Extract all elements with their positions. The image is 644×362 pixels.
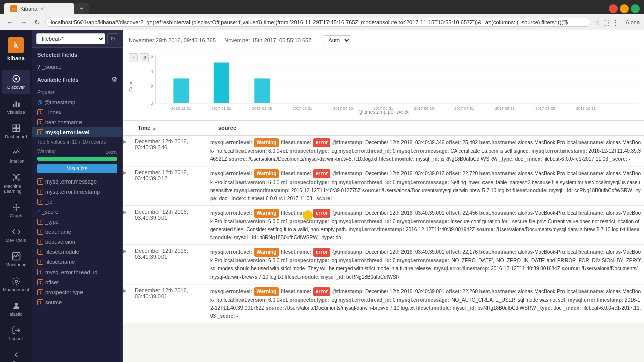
field-beat-hostname[interactable]: t beat.hostname — [32, 117, 122, 127]
fields-settings-icon[interactable]: ⚙ — [111, 76, 117, 83]
expand-row-btn-2[interactable]: ▶ — [123, 167, 133, 205]
field-type-t13: t — [37, 279, 43, 285]
maximize-window-btn[interactable] — [631, 4, 640, 13]
field-type-hash: # — [37, 209, 40, 214]
sidebar-item-visualize[interactable]: Visualize — [2, 95, 30, 119]
svg-rect-7 — [13, 129, 16, 132]
result-time-5: December 12th 2016, 03:40:39.001 — [133, 285, 208, 323]
field-score[interactable]: # _score — [32, 207, 122, 217]
chart-svg: 0 2 4 6 2016-12-31 2017-01-31 2017-02-28 — [129, 54, 638, 110]
field-fileset-module[interactable]: t fileset.module — [32, 247, 122, 257]
field-offset[interactable]: t offset — [32, 277, 122, 287]
field-beat-version[interactable]: t beat.version — [32, 237, 122, 247]
results-area[interactable]: Time ▲ source ▶ December 12th 2016, 03:4… — [123, 121, 644, 362]
expand-row-btn-1[interactable]: ▶ — [123, 136, 133, 166]
kibana-logo-text: kibana — [7, 55, 25, 61]
svg-rect-6 — [16, 125, 19, 128]
back-btn[interactable]: ← — [4, 17, 15, 27]
expand-row-btn-3[interactable]: ▶ — [123, 206, 133, 244]
svg-point-25 — [15, 280, 17, 283]
user-icon — [12, 301, 21, 310]
sidebar-label-elastic: elastic — [10, 312, 23, 317]
field-type-t9: t — [37, 239, 43, 245]
chart-y-label: Count — [128, 79, 133, 91]
index-pattern-select[interactable]: filebeat-* — [36, 33, 105, 44]
fields-list: t mysql.error.message t mysql.error.time… — [32, 176, 122, 362]
bookmark-icon[interactable]: ☆ — [594, 19, 600, 26]
field-timestamp[interactable]: @ @timestamp — [32, 97, 122, 107]
expand-row-btn-5[interactable]: ▶ — [123, 285, 133, 323]
sidebar-item-logout[interactable]: Logout — [2, 322, 30, 345]
field-mysql-error-timestamp[interactable]: t mysql.error.timestamp — [32, 187, 122, 197]
field-prospector-type[interactable]: t prospector.type — [32, 287, 122, 297]
field-beat-name[interactable]: t beat.name — [32, 227, 122, 237]
popular-label: Popular — [32, 87, 122, 97]
sidebar-item-dashboard[interactable]: Dashboard — [2, 120, 30, 143]
svg-rect-4 — [18, 103, 19, 107]
field-type-t4: t — [37, 178, 43, 185]
col-header-time[interactable]: Time ▲ — [138, 123, 218, 133]
svg-point-19 — [15, 204, 17, 205]
field-mysql-error-level[interactable]: t mysql.error.level — [32, 127, 122, 137]
field-fileset-name[interactable]: t fileset.name — [32, 257, 122, 267]
table-row: ▶ December 12th 2016, 03:40:39.001 mysql… — [123, 245, 644, 284]
selected-field-source[interactable]: ? _source — [32, 62, 122, 72]
timelion-icon — [12, 148, 21, 157]
field-mysql-error-message[interactable]: t mysql.error.message — [32, 176, 122, 187]
selected-fields-header: Selected Fields — [32, 48, 122, 62]
kibana-logo-icon: k — [8, 37, 24, 53]
field-index[interactable]: t _index — [32, 107, 122, 117]
auto-refresh-select[interactable]: Auto — [323, 35, 351, 45]
sidebar-item-timelion[interactable]: Timelion — [2, 144, 30, 168]
field-name-beat-hostname: beat.hostname — [45, 119, 82, 125]
sidebar-label-dashboard: Dashboard — [5, 134, 27, 139]
svg-text:2017-06-30: 2017-06-30 — [414, 106, 434, 110]
field-type-at: @ — [37, 100, 42, 105]
close-window-btn[interactable] — [609, 4, 618, 13]
field-name-type: _type — [45, 219, 59, 225]
expand-row-btn-4[interactable]: ▶ — [123, 245, 133, 284]
sidebar-item-monitoring[interactable]: Monitoring — [2, 248, 30, 272]
sidebar-item-discover[interactable]: Discover — [2, 70, 30, 94]
sidebar-item-ml[interactable]: Machine Learning — [2, 169, 30, 198]
sidebar-label-timelion: Timelion — [8, 159, 25, 164]
svg-rect-2 — [13, 104, 14, 107]
warning-bar-inner — [37, 157, 117, 161]
sort-arrow: ▲ — [152, 126, 157, 131]
new-tab-btn[interactable]: + — [74, 3, 89, 14]
result-time-1: December 12th 2016, 03:40:39.346 — [133, 136, 208, 166]
sidebar-label-discover: Discover — [7, 85, 25, 90]
field-source[interactable]: t source — [32, 297, 122, 307]
sidebar-item-management[interactable]: Management — [2, 273, 30, 296]
result-source-1: mysql.error.level: Warning fileset.name:… — [208, 136, 644, 166]
field-name-index: _index — [45, 109, 61, 115]
sidebar: k kibana Discover Visualize Dashboard Ti… — [0, 30, 32, 362]
reload-btn[interactable]: ↻ — [32, 17, 42, 27]
table-row: ▶ December 12th 2016, 03:40:39.346 mysql… — [123, 136, 644, 166]
tab-close-btn[interactable]: ✕ — [40, 6, 44, 12]
extensions-icon[interactable]: ⬚ — [603, 19, 609, 26]
field-type-t10: t — [37, 249, 43, 255]
menu-icon[interactable]: ⋮ — [612, 19, 619, 26]
chart-reset-btn[interactable]: ↺ — [140, 53, 149, 62]
sidebar-item-graph[interactable]: Graph — [2, 199, 30, 222]
browser-tab-kibana[interactable]: K Kibana ✕ — [4, 3, 74, 14]
field-mysql-error-thread-id[interactable]: t mysql.error.thread_id — [32, 267, 122, 277]
forward-btn[interactable]: → — [18, 17, 29, 27]
time-header-label: Time — [138, 125, 150, 131]
browser-toolbar: ← → ↻ ☆ ⬚ ⋮ Alona — [0, 14, 644, 30]
refresh-fields-btn[interactable]: ↻ — [107, 33, 118, 44]
field-type[interactable]: t _type — [32, 217, 122, 227]
field-type-t15: t — [37, 299, 43, 305]
svg-point-9 — [15, 176, 17, 179]
sidebar-item-collapse[interactable]: Collapse — [2, 346, 30, 362]
url-bar[interactable] — [45, 18, 591, 27]
sidebar-label-graph: Graph — [10, 213, 22, 218]
sidebar-item-devtools[interactable]: Dev Tools — [2, 223, 30, 247]
sidebar-item-elastic[interactable]: elastic — [2, 297, 30, 321]
results-header: Time ▲ source — [123, 121, 644, 136]
minimize-window-btn[interactable] — [620, 4, 629, 13]
visualize-button[interactable]: Visualize — [37, 164, 117, 173]
chart-zoom-in-btn[interactable]: + — [129, 53, 138, 62]
field-id[interactable]: t _id — [32, 197, 122, 207]
